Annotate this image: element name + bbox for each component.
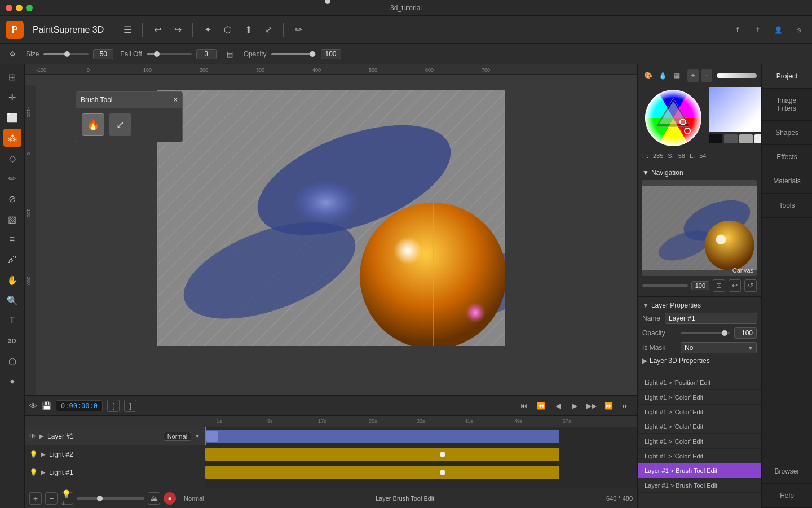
color-sub-button[interactable]: − <box>701 69 712 82</box>
crop-icon[interactable]: ⬡ <box>220 22 236 38</box>
track-mode-arrow-layer1[interactable]: ▼ <box>195 433 200 439</box>
layer-props-collapse[interactable]: ▼ <box>642 301 649 309</box>
nav-zoom-value[interactable]: 100 <box>691 281 709 290</box>
falloff-value[interactable]: 3 <box>196 49 217 59</box>
move-tool[interactable]: ✛ <box>3 88 21 106</box>
tab-project[interactable]: Project <box>762 64 812 89</box>
logout-icon[interactable]: ⎋ <box>791 22 806 38</box>
history-item-8[interactable]: Layer #1 > Brush Tool Edit <box>638 478 761 493</box>
brightness-slider[interactable] <box>717 73 757 78</box>
transport-to-start[interactable]: ⏮ <box>517 398 531 413</box>
transport-prev[interactable]: ◀ <box>550 398 565 413</box>
opacity-slider[interactable] <box>271 53 316 55</box>
nav-zoom-slider[interactable] <box>642 284 688 287</box>
transport-next[interactable]: ▶▶ <box>584 398 599 413</box>
light1-keyframe1[interactable] <box>440 470 445 475</box>
track-expand-layer1[interactable]: ▶ <box>39 433 44 439</box>
transport-next-frame[interactable]: ⏩ <box>601 398 616 413</box>
transport-prev-frame[interactable]: ⏪ <box>533 398 548 413</box>
effects-tool[interactable]: ✦ <box>3 373 21 391</box>
history-item-6[interactable]: Light #1 > 'Color' Edit <box>638 449 761 463</box>
text-tool[interactable]: T <box>3 312 21 330</box>
resize-icon[interactable]: ⤢ <box>261 22 276 38</box>
swatch-gray[interactable] <box>724 134 738 143</box>
mountain-icon[interactable]: ⛰ <box>148 492 160 505</box>
tools-grid-icon[interactable]: ⊞ <box>3 68 21 86</box>
history-item-4[interactable]: Light #1 > 'Color' Edit <box>638 419 761 434</box>
clone-tool[interactable]: ⊘ <box>3 190 21 208</box>
history-item-2[interactable]: Light #1 > 'Color' Edit <box>638 390 761 405</box>
eraser-tool[interactable]: ◇ <box>3 149 21 167</box>
timeline-eye-icon[interactable]: 👁 <box>29 401 37 410</box>
light2-bar[interactable] <box>205 448 559 461</box>
canvas-container[interactable]: Brush Tool × 🔥 ⤢ <box>25 75 637 395</box>
swatch-light[interactable] <box>739 134 753 143</box>
brush-expand-button[interactable]: ⤢ <box>109 113 131 136</box>
timeline-zoom-slider[interactable] <box>77 497 144 500</box>
color-gradient-icon[interactable]: ▦ <box>671 69 683 82</box>
remove-track-button[interactable]: − <box>45 492 58 505</box>
brush-paint-button[interactable]: 🔥 <box>82 113 104 136</box>
track-eye-light2[interactable]: 💡 <box>29 450 38 458</box>
light2-keyframe1[interactable] <box>440 452 445 457</box>
hand-tool[interactable]: ✋ <box>3 271 21 289</box>
swatch-black[interactable] <box>709 134 722 143</box>
timeline-bracket-close[interactable]: ] <box>124 400 136 412</box>
name-input[interactable] <box>665 313 757 324</box>
record-button[interactable]: ● <box>164 492 176 505</box>
settings-icon[interactable]: ⚙ <box>6 47 19 61</box>
transform-icon[interactable]: ✦ <box>200 22 215 38</box>
transport-to-end[interactable]: ⏭ <box>618 398 633 413</box>
facebook-icon[interactable]: f <box>730 22 745 38</box>
size-value[interactable]: 50 <box>93 49 113 59</box>
canvas-viewport[interactable] <box>157 90 505 346</box>
tab-materials[interactable]: Materials <box>762 169 812 194</box>
fill-tool[interactable]: ▧ <box>3 210 21 228</box>
track-expand-light2[interactable]: ▶ <box>41 451 46 457</box>
color-picker-icon[interactable]: 🎨 <box>642 69 654 82</box>
history-item-3[interactable]: Light #1 > 'Color' Edit <box>638 405 761 419</box>
layer1-bar[interactable] <box>205 430 559 443</box>
falloff-slider[interactable] <box>147 53 192 55</box>
brush-tool-close[interactable]: × <box>174 96 178 104</box>
track-eye-layer1[interactable]: 👁 <box>29 432 36 440</box>
color-drop-icon[interactable]: 💧 <box>656 69 668 82</box>
maximize-button[interactable] <box>26 5 33 11</box>
3d-tool[interactable]: 3D <box>3 332 21 350</box>
tab-effects[interactable]: Effects <box>762 145 812 169</box>
minimize-button[interactable] <box>16 5 23 11</box>
pressure-icon[interactable]: ▤ <box>223 47 237 61</box>
track-eye-light1[interactable]: 💡 <box>29 468 38 476</box>
size-slider[interactable] <box>43 53 89 55</box>
light1-bar[interactable] <box>205 466 559 479</box>
hamburger-menu-icon[interactable]: ☰ <box>120 22 135 38</box>
zoom-tool[interactable]: 🔍 <box>3 291 21 309</box>
timeline-save-icon[interactable]: 💾 <box>42 401 51 410</box>
add-track-button[interactable]: + <box>29 492 42 505</box>
timeline-bracket-open[interactable]: [ <box>107 400 120 412</box>
opacity-slider[interactable] <box>681 332 730 334</box>
tab-tools[interactable]: Tools <box>762 194 812 218</box>
brush-tool[interactable]: ✏ <box>3 169 21 187</box>
user-icon[interactable]: 👤 <box>770 22 786 38</box>
brush-options-icon[interactable]: ✏ <box>290 22 306 38</box>
tab-help[interactable]: Help <box>762 484 812 508</box>
history-item-7[interactable]: Layer #1 > Brush Tool Edit <box>638 463 761 478</box>
nav-undo-button[interactable]: ↩ <box>729 279 741 292</box>
history-item-1[interactable]: Light #1 > 'Position' Edit <box>638 375 761 390</box>
opacity-value[interactable]: 100 <box>321 49 341 59</box>
color-wheel-container[interactable] <box>642 87 704 149</box>
lasso-tool[interactable]: ⁂ <box>3 129 21 147</box>
undo-icon[interactable]: ↩ <box>149 22 165 38</box>
redo-icon[interactable]: ↪ <box>170 22 186 38</box>
swatch-white[interactable] <box>754 134 761 143</box>
add-light-button[interactable]: 💡+ <box>61 492 73 505</box>
select-tool[interactable]: ⬜ <box>3 108 21 126</box>
layer3d-row[interactable]: ▶ Layer 3D Properties <box>642 357 757 365</box>
tab-browser[interactable]: Browser <box>762 459 812 484</box>
timeline-playhead[interactable] <box>205 427 206 445</box>
track-expand-light1[interactable]: ▶ <box>41 469 46 475</box>
timeline-timecode[interactable]: 0:00:00:0 <box>56 400 103 411</box>
tab-image-filters[interactable]: ImageFilters <box>762 89 812 121</box>
nav-reset-button[interactable]: ↺ <box>744 279 757 292</box>
